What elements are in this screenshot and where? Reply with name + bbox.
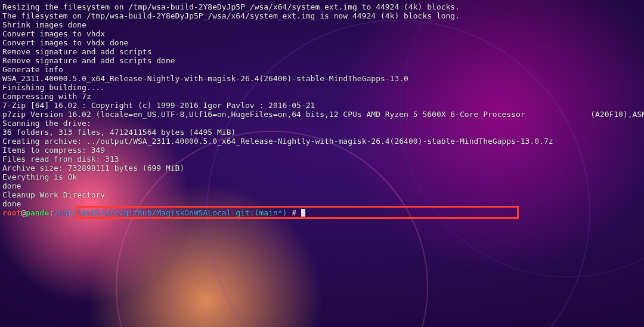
terminal-line: Convert images to vhdx	[2, 29, 640, 38]
cursor	[301, 209, 305, 217]
prompt-path: /usr/local/src/github/MagiskOnWSALocal	[54, 208, 231, 217]
terminal-line: Convert images to vhdx done	[2, 38, 640, 47]
prompt-at: @	[21, 208, 26, 217]
terminal-line: done	[2, 181, 640, 190]
terminal-line: Remove signature and add scripts done	[2, 56, 640, 65]
terminal-line: Files read from disk: 313	[2, 155, 640, 164]
terminal-output[interactable]: Resizing the filesystem on /tmp/wsa-buil…	[0, 0, 644, 327]
terminal-line: Resizing the filesystem on /tmp/wsa-buil…	[2, 2, 640, 11]
terminal-line: 36 folders, 313 files, 4712411564 bytes …	[2, 128, 640, 137]
terminal-line: Finishing building....	[2, 83, 640, 92]
prompt-host: pande	[26, 208, 49, 217]
terminal-line: Generate info	[2, 65, 640, 74]
prompt-user: root	[2, 208, 21, 217]
terminal-line: WSA_2311.40000.5.0_x64_Release-Nightly-w…	[2, 74, 640, 83]
terminal-line: Remove signature and add scripts	[2, 47, 640, 56]
terminal-line: 7-Zip [64] 16.02 : Copyright (c) 1999-20…	[2, 101, 640, 110]
prompt-colon: :	[49, 208, 54, 217]
prompt-git: git:(main*)	[231, 208, 287, 217]
terminal-line: Creating archive: ../output/WSA_2311.400…	[2, 137, 640, 146]
terminal-line: p7zip Version 16.02 (locale=en_US.UTF-8,…	[2, 110, 640, 119]
terminal-line: Scanning the drive:	[2, 119, 640, 128]
prompt-symbol: #	[287, 208, 301, 217]
prompt-line[interactable]: root@pande:/usr/local/src/github/MagiskO…	[2, 208, 640, 217]
terminal-line: Shrink images done	[2, 20, 640, 29]
terminal-line: Compressing with 7z	[2, 92, 640, 101]
terminal-line: done	[2, 199, 640, 208]
terminal-line: Cleanup Work Directory	[2, 190, 640, 199]
terminal-line: Items to compress: 349	[2, 146, 640, 155]
terminal-line: The filesystem on /tmp/wsa-build-2Y8eDyJ…	[2, 11, 640, 20]
terminal-line: Everything is Ok	[2, 172, 640, 181]
terminal-line: Archive size: 732898111 bytes (699 MiB)	[2, 164, 640, 172]
